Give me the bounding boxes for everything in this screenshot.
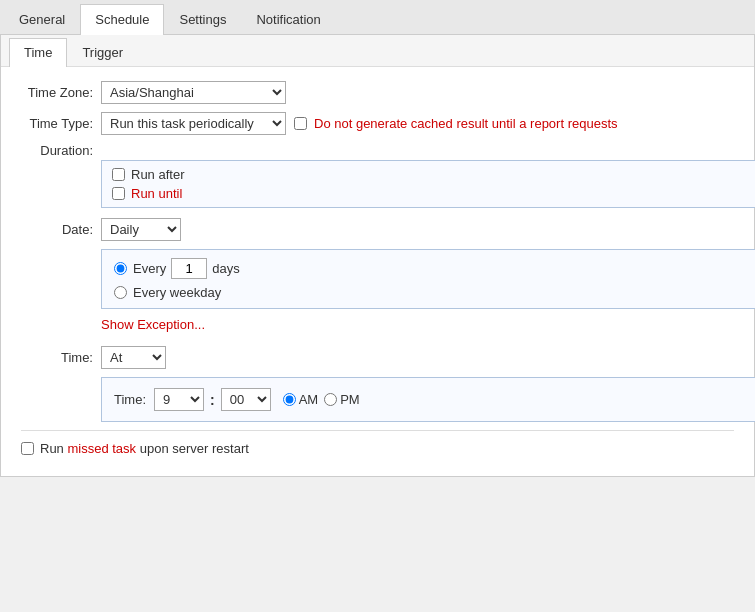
time-inner-box: Time: 1234 5678 9101112 : 00 15 30 45 AM xyxy=(101,377,755,422)
cached-label[interactable]: Do not generate cached result until a re… xyxy=(294,116,618,131)
cached-text: Do not generate cached result until a re… xyxy=(314,116,618,131)
days-input[interactable] xyxy=(171,258,207,279)
am-radio[interactable] xyxy=(283,393,296,406)
at-select[interactable]: At Every xyxy=(101,346,166,369)
run-after-label: Run after xyxy=(131,167,184,182)
ampm-radio-group: AM PM xyxy=(283,392,360,407)
cached-checkbox[interactable] xyxy=(294,117,307,130)
run-until-checkbox[interactable] xyxy=(112,187,125,200)
tab-notification[interactable]: Notification xyxy=(241,4,335,34)
pm-radio[interactable] xyxy=(324,393,337,406)
days-label: days xyxy=(212,261,239,276)
min-select[interactable]: 00 15 30 45 xyxy=(221,388,271,411)
recurrence-box: Every days Every weekday xyxy=(101,249,755,309)
every-weekday-row: Every weekday xyxy=(114,285,748,300)
run-until-label: Run until xyxy=(131,186,182,201)
every-weekday-label: Every weekday xyxy=(133,285,221,300)
hour-select[interactable]: 1234 5678 9101112 xyxy=(154,388,204,411)
duration-title: Duration: xyxy=(21,143,101,158)
every-label: Every xyxy=(133,261,166,276)
bottom-row: Run missed task upon server restart xyxy=(21,441,734,456)
sub-tab-time[interactable]: Time xyxy=(9,38,67,67)
timetype-select[interactable]: Run this task periodically Run once Run … xyxy=(101,112,286,135)
date-label: Date: xyxy=(21,222,101,237)
every-days-radio[interactable] xyxy=(114,262,127,275)
am-radio-label[interactable]: AM xyxy=(283,392,319,407)
tab-general[interactable]: General xyxy=(4,4,80,34)
run-until-row: Run until xyxy=(112,186,750,201)
main-content: Time Trigger Time Zone: Asia/Shanghai UT… xyxy=(0,35,755,477)
form-area: Time Zone: Asia/Shanghai UTC America/New… xyxy=(1,67,754,476)
tab-schedule[interactable]: Schedule xyxy=(80,4,164,35)
missed-task-label: Run missed task upon server restart xyxy=(40,441,249,456)
top-tabs-bar: General Schedule Settings Notification xyxy=(0,0,755,35)
date-row: Date: Daily Weekly Monthly Yearly xyxy=(21,218,734,241)
am-label: AM xyxy=(299,392,319,407)
every-days-row: Every days xyxy=(114,258,748,279)
divider xyxy=(21,430,734,431)
duration-label-row: Duration: xyxy=(21,143,734,158)
time-inner-label: Time: xyxy=(114,392,146,407)
missed-task-checkbox[interactable] xyxy=(21,442,34,455)
every-weekday-radio[interactable] xyxy=(114,286,127,299)
sub-tabs-bar: Time Trigger xyxy=(1,35,754,67)
time-at-row: Time: At Every xyxy=(21,346,734,369)
show-exception-link[interactable]: Show Exception... xyxy=(101,317,205,332)
pm-radio-label[interactable]: PM xyxy=(324,392,360,407)
timetype-row: Time Type: Run this task periodically Ru… xyxy=(21,112,734,135)
sub-tab-trigger[interactable]: Trigger xyxy=(67,38,138,66)
time-inner-row: Time: 1234 5678 9101112 : 00 15 30 45 AM xyxy=(114,388,748,411)
tab-settings[interactable]: Settings xyxy=(164,4,241,34)
run-after-row: Run after xyxy=(112,167,750,182)
timezone-row: Time Zone: Asia/Shanghai UTC America/New… xyxy=(21,81,734,104)
timezone-select[interactable]: Asia/Shanghai UTC America/New_York Europ… xyxy=(101,81,286,104)
timetype-label: Time Type: xyxy=(21,116,101,131)
time-at-label: Time: xyxy=(21,350,101,365)
duration-section: Duration: Run after Run until xyxy=(21,143,734,208)
time-colon: : xyxy=(210,392,215,408)
pm-label: PM xyxy=(340,392,360,407)
timezone-label: Time Zone: xyxy=(21,85,101,100)
date-select[interactable]: Daily Weekly Monthly Yearly xyxy=(101,218,181,241)
run-after-checkbox[interactable] xyxy=(112,168,125,181)
duration-box: Run after Run until xyxy=(101,160,755,208)
